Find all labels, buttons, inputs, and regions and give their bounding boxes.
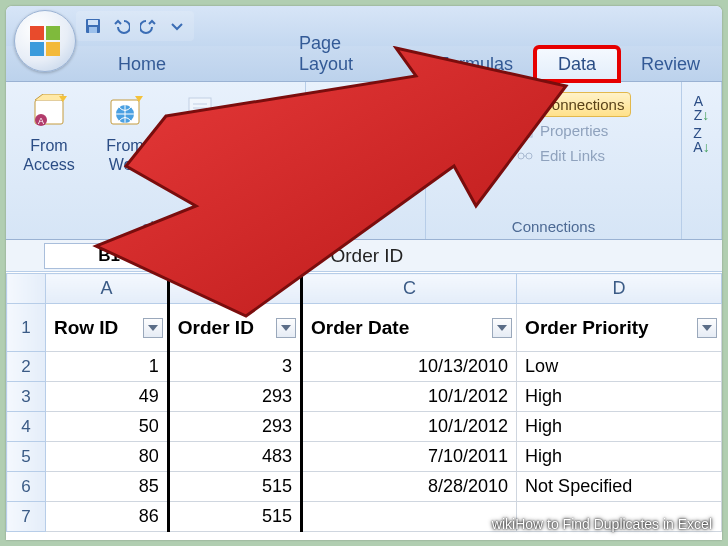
cell[interactable]: 515 xyxy=(168,472,301,502)
cell[interactable]: Order ID xyxy=(168,304,301,352)
filter-dropdown[interactable] xyxy=(697,318,717,338)
filter-dropdown[interactable] xyxy=(143,318,163,338)
cell[interactable]: 80 xyxy=(45,442,168,472)
row-header[interactable]: 6 xyxy=(7,472,46,502)
cell[interactable]: 3 xyxy=(168,352,301,382)
btn-label: From Web xyxy=(106,137,143,173)
svg-rect-3 xyxy=(46,42,60,56)
cell[interactable] xyxy=(302,502,517,532)
cell[interactable]: 10/13/2010 xyxy=(302,352,517,382)
cell[interactable]: 86 xyxy=(45,502,168,532)
formula-content[interactable]: Order ID xyxy=(330,245,403,267)
save-button[interactable] xyxy=(80,13,106,39)
svg-rect-2 xyxy=(30,42,44,56)
cell[interactable]: 85 xyxy=(45,472,168,502)
btn-label: From Access xyxy=(23,137,75,173)
col-header-a[interactable]: A xyxy=(45,274,168,304)
cell[interactable]: Order Priority xyxy=(517,304,722,352)
qat-dropdown[interactable] xyxy=(164,13,190,39)
office-logo-icon xyxy=(27,23,63,59)
cell[interactable]: 483 xyxy=(168,442,301,472)
cell[interactable]: High xyxy=(517,412,722,442)
from-web-icon xyxy=(103,92,147,132)
redo-button[interactable] xyxy=(136,13,162,39)
row-header[interactable]: 3 xyxy=(7,382,46,412)
header-cell-label: Order Priority xyxy=(525,317,649,338)
tab-home[interactable]: Home xyxy=(96,48,188,81)
edit-links-button: Edit Links xyxy=(510,144,631,167)
svg-rect-18 xyxy=(455,98,483,126)
cell[interactable]: 293 xyxy=(168,382,301,412)
from-text-icon xyxy=(179,92,223,132)
edit-links-icon xyxy=(516,148,534,164)
row-header[interactable]: 7 xyxy=(7,502,46,532)
cell[interactable]: Low xyxy=(517,352,722,382)
quick-access-toolbar xyxy=(76,11,194,41)
tab-review[interactable]: Review xyxy=(619,48,722,81)
svg-rect-6 xyxy=(89,27,97,33)
sort-asc-button[interactable]: AZ↓ xyxy=(694,94,710,122)
btn-label: ctions xyxy=(345,137,387,154)
col-header-c[interactable]: C xyxy=(302,274,517,304)
cell[interactable]: Order Date xyxy=(302,304,517,352)
sort-desc-button[interactable]: ZA↓ xyxy=(693,126,709,154)
header-cell-label: Row ID xyxy=(54,317,118,338)
cell[interactable]: 50 xyxy=(45,412,168,442)
spreadsheet[interactable]: A B C D 1 Row ID Order ID Order Date Ord… xyxy=(6,272,722,532)
row-header[interactable]: 5 xyxy=(7,442,46,472)
svg-point-23 xyxy=(518,153,524,159)
tab-formulas[interactable]: Formulas xyxy=(416,48,535,81)
cell[interactable]: 515 xyxy=(168,502,301,532)
chevron-down-icon xyxy=(168,17,186,35)
cell[interactable]: 10/1/2012 xyxy=(302,412,517,442)
cell[interactable]: 10/1/2012 xyxy=(302,382,517,412)
from-access-button[interactable]: A From Access xyxy=(14,88,84,174)
row-header[interactable]: 2 xyxy=(7,352,46,382)
refresh-all-button[interactable]: Refresh All ▾ xyxy=(434,88,504,188)
svg-text:A: A xyxy=(38,116,44,126)
btn-label: Connections xyxy=(541,96,624,113)
redo-icon xyxy=(140,17,158,35)
tab-data[interactable]: Data xyxy=(535,47,619,81)
link-icon xyxy=(517,97,535,113)
name-box-dropdown[interactable] xyxy=(180,252,192,260)
filter-dropdown[interactable] xyxy=(276,318,296,338)
office-button[interactable] xyxy=(14,10,76,72)
cell[interactable]: 8/28/2010 xyxy=(302,472,517,502)
cell[interactable]: High xyxy=(517,442,722,472)
refresh-icon xyxy=(447,92,491,132)
header-cell-label: Order ID xyxy=(178,317,254,338)
name-box[interactable]: B1 xyxy=(44,243,174,269)
from-web-button[interactable]: From Web xyxy=(90,88,160,174)
cell[interactable]: 7/10/2011 xyxy=(302,442,517,472)
connections-button[interactable]: Connections xyxy=(510,92,631,117)
caption-text: wikiHow to Find Duplicates in Excel xyxy=(492,516,712,532)
group-label xyxy=(314,233,417,237)
svg-rect-0 xyxy=(30,26,44,40)
tab-page-layout[interactable]: Page Layout xyxy=(277,27,416,81)
row-header[interactable]: 1 xyxy=(7,304,46,352)
svg-point-24 xyxy=(526,153,532,159)
fx-label[interactable]: fx xyxy=(302,247,314,265)
properties-button: Properties xyxy=(510,119,631,142)
undo-button[interactable] xyxy=(108,13,134,39)
existing-connections-button[interactable]: ctions xyxy=(331,88,401,155)
cell[interactable]: 49 xyxy=(45,382,168,412)
cell[interactable]: 1 xyxy=(45,352,168,382)
cell[interactable]: 293 xyxy=(168,412,301,442)
row-header[interactable]: 4 xyxy=(7,412,46,442)
from-text-button[interactable]: From Text xyxy=(166,88,236,174)
properties-icon xyxy=(516,123,534,139)
select-all-corner[interactable] xyxy=(7,274,46,304)
btn-label: From Text xyxy=(182,137,219,173)
col-header-b[interactable]: B xyxy=(168,274,301,304)
col-header-d[interactable]: D xyxy=(517,274,722,304)
ribbon: A From Access From Web From Text xyxy=(6,82,722,240)
from-access-icon: A xyxy=(27,92,71,132)
cell[interactable]: Row ID xyxy=(45,304,168,352)
cell[interactable]: Not Specified xyxy=(517,472,722,502)
filter-dropdown[interactable] xyxy=(492,318,512,338)
group-label-connections: Connections xyxy=(434,216,673,237)
cell[interactable]: High xyxy=(517,382,722,412)
header-cell-label: Order Date xyxy=(311,317,409,338)
